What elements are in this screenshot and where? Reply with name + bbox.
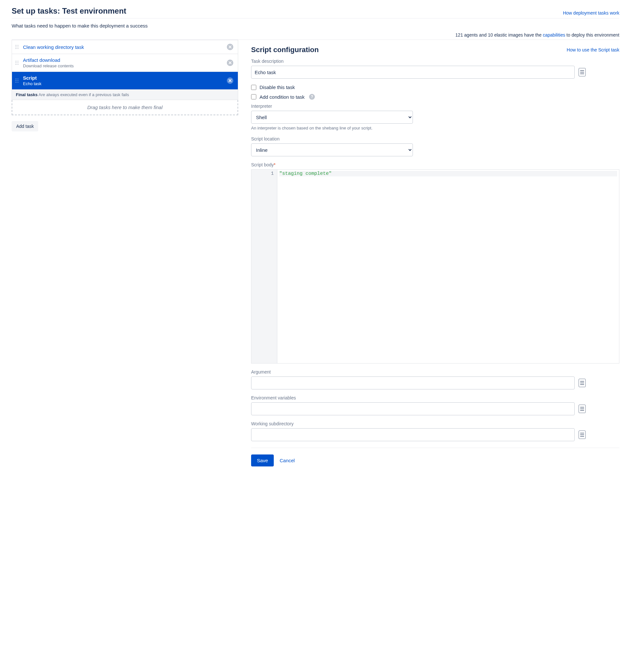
disable-task-label[interactable]: Disable this task (260, 85, 295, 90)
task-item-script[interactable]: Script Echo task (12, 72, 238, 90)
config-title: Script configuration (251, 46, 319, 54)
interpreter-hint: An interpreter is chosen based on the sh… (251, 126, 620, 130)
drag-handle-icon[interactable] (15, 43, 19, 50)
help-link-script-task[interactable]: How to use the Script task (566, 47, 620, 52)
task-subtitle: Echo task (23, 81, 227, 86)
task-item-clean-working-dir[interactable]: Clean working directory task (12, 40, 238, 54)
argument-label: Argument (251, 369, 620, 375)
add-task-button[interactable]: Add task (11, 121, 38, 131)
final-tasks-dropzone[interactable]: Drag tasks here to make them final (11, 100, 238, 115)
agents-suffix: to deploy this environment (565, 32, 620, 38)
task-title: Clean working directory task (23, 44, 227, 50)
interpreter-select[interactable]: Shell (251, 111, 413, 124)
page-title: Set up tasks: Test environment (11, 6, 126, 16)
cancel-button[interactable]: Cancel (280, 458, 295, 463)
disable-task-checkbox[interactable] (251, 85, 256, 90)
variables-icon[interactable] (579, 431, 586, 439)
add-condition-label[interactable]: Add condition to task (260, 94, 305, 100)
task-description-label: Task description (251, 58, 620, 64)
working-subdir-input[interactable] (251, 428, 575, 441)
final-tasks-label: Final tasks (16, 92, 38, 97)
env-vars-label: Environment variables (251, 395, 620, 401)
script-location-label: Script location (251, 136, 620, 141)
task-list: Clean working directory task Artifact do… (11, 40, 238, 100)
add-condition-checkbox[interactable] (251, 94, 256, 99)
agents-summary: 121 agents and 10 elastic images have th… (11, 30, 620, 40)
drag-handle-icon[interactable] (15, 77, 19, 84)
page-subtitle: What tasks need to happen to make this d… (11, 23, 620, 28)
variables-icon[interactable] (579, 68, 586, 76)
interpreter-label: Interpreter (251, 103, 620, 109)
argument-input[interactable] (251, 377, 575, 389)
variables-icon[interactable] (579, 405, 586, 413)
help-icon[interactable]: ? (309, 94, 315, 100)
task-title: Artifact download (23, 57, 227, 63)
script-body-label: Script body* (251, 162, 620, 167)
agents-prefix: 121 agents and 10 elastic images have th… (455, 32, 543, 38)
task-item-artifact-download[interactable]: Artifact download Download release conte… (12, 54, 238, 72)
remove-task-button[interactable] (227, 77, 233, 84)
capabilities-link[interactable]: capabilities (543, 32, 565, 38)
remove-task-button[interactable] (227, 44, 233, 50)
final-tasks-hint: Are always executed even if a previous t… (39, 92, 129, 97)
code-gutter: 1 (251, 170, 277, 363)
code-line: "staging complete" (279, 171, 332, 176)
final-tasks-header: Final tasks Are always executed even if … (12, 90, 238, 100)
task-title: Script (23, 75, 227, 80)
variables-icon[interactable] (579, 379, 586, 387)
script-location-select[interactable]: Inline (251, 143, 413, 157)
task-description-input[interactable] (251, 66, 575, 79)
task-subtitle: Download release contents (23, 64, 227, 68)
script-body-editor[interactable]: 1 "staging complete" (251, 169, 620, 363)
drag-handle-icon[interactable] (15, 59, 19, 66)
remove-task-button[interactable] (227, 59, 233, 66)
help-link-deployment-tasks[interactable]: How deployment tasks work (563, 10, 620, 16)
line-number: 1 (253, 171, 274, 176)
save-button[interactable]: Save (251, 454, 274, 466)
env-vars-input[interactable] (251, 402, 575, 415)
working-subdir-label: Working subdirectory (251, 421, 620, 426)
